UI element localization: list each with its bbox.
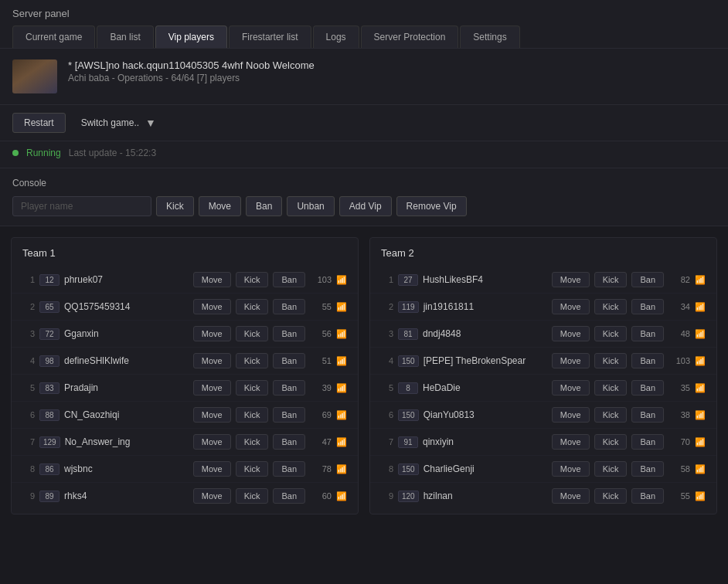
kick-player-button[interactable]: Kick [594, 434, 628, 450]
player-name: wjsbnc [64, 463, 189, 474]
player-name-input[interactable] [12, 196, 151, 216]
ban-player-button[interactable]: Ban [631, 272, 664, 287]
kick-player-button[interactable]: Kick [236, 461, 269, 477]
ban-player-button[interactable]: Ban [631, 326, 664, 341]
ban-player-button[interactable]: Ban [631, 299, 664, 314]
move-player-button[interactable]: Move [552, 326, 590, 341]
move-player-button[interactable]: Move [193, 407, 231, 423]
tab-current-game[interactable]: Current game [12, 25, 95, 48]
restart-button[interactable]: Restart [12, 113, 66, 133]
tab-vip-players[interactable]: Vip players [155, 25, 227, 48]
ban-player-button[interactable]: Ban [273, 326, 305, 341]
player-score: 38 [668, 410, 690, 419]
tab-bar: Current game Ban list Vip players Firest… [12, 25, 716, 48]
tab-logs[interactable]: Logs [313, 25, 359, 48]
move-player-button[interactable]: Move [552, 488, 590, 504]
ban-player-button[interactable]: Ban [273, 488, 305, 504]
player-badge: 89 [39, 491, 60, 502]
move-player-button[interactable]: Move [193, 299, 231, 314]
move-player-button[interactable]: Move [193, 380, 231, 396]
kick-player-button[interactable]: Kick [594, 461, 628, 477]
move-player-button[interactable]: Move [193, 326, 231, 341]
move-player-button[interactable]: Move [193, 488, 231, 504]
move-player-button[interactable]: Move [552, 299, 590, 314]
server-name: * [AWSL]no hack.qqun110405305 4whf Noob … [68, 59, 716, 71]
move-player-button[interactable]: Move [552, 380, 590, 396]
kick-button[interactable]: Kick [156, 196, 194, 216]
chevron-down-icon[interactable]: ▼ [145, 117, 156, 129]
kick-player-button[interactable]: Kick [594, 488, 628, 504]
player-name: jin19161811 [424, 301, 547, 312]
kick-player-button[interactable]: Kick [236, 353, 269, 368]
player-badge: 150 [398, 355, 419, 367]
kick-player-button[interactable]: Kick [236, 326, 269, 341]
player-score: 34 [668, 302, 690, 311]
tab-settings[interactable]: Settings [460, 25, 519, 48]
ban-player-button[interactable]: Ban [273, 461, 305, 477]
ban-player-button[interactable]: Ban [273, 380, 305, 396]
move-player-button[interactable]: Move [552, 434, 590, 450]
move-player-button[interactable]: Move [552, 272, 590, 287]
ban-player-button[interactable]: Ban [273, 407, 305, 423]
kick-player-button[interactable]: Kick [236, 272, 269, 287]
ban-player-button[interactable]: Ban [273, 353, 305, 368]
move-player-button[interactable]: Move [193, 353, 231, 368]
remove-vip-button[interactable]: Remove Vip [396, 196, 467, 216]
signal-icon: 📶 [336, 356, 347, 366]
last-update-text: Last update - 15:22:3 [69, 148, 156, 158]
server-actions-row: Restart Switch game.. ▼ [0, 105, 728, 141]
unban-button[interactable]: Unban [287, 196, 334, 216]
table-row: 3 72 Gganxin Move Kick Ban 56 📶 [12, 321, 358, 348]
row-number: 4 [22, 356, 35, 365]
signal-icon: 📶 [695, 464, 706, 474]
kick-player-button[interactable]: Kick [594, 299, 628, 314]
player-score: 56 [310, 329, 332, 338]
kick-player-button[interactable]: Kick [594, 326, 628, 341]
kick-player-button[interactable]: Kick [236, 407, 269, 423]
player-score: 51 [310, 356, 332, 365]
table-row: 2 119 jin19161811 Move Kick Ban 34 📶 [370, 294, 716, 321]
kick-player-button[interactable]: Kick [594, 407, 628, 423]
player-name: phruek07 [64, 274, 189, 285]
ban-player-button[interactable]: Ban [631, 434, 664, 450]
kick-player-button[interactable]: Kick [594, 353, 628, 368]
table-row: 2 65 QQ1575459314 Move Kick Ban 55 📶 [12, 294, 358, 321]
player-name: rhks4 [64, 491, 189, 501]
server-sub: Achi baba - Operations - 64/64 [7] playe… [68, 73, 716, 83]
ban-player-button[interactable]: Ban [273, 272, 305, 287]
tab-ban-list[interactable]: Ban list [97, 25, 153, 48]
kick-player-button[interactable]: Kick [236, 434, 269, 450]
tab-server-protection[interactable]: Server Protection [361, 25, 459, 48]
kick-player-button[interactable]: Kick [236, 488, 269, 504]
move-player-button[interactable]: Move [552, 407, 590, 423]
move-player-button[interactable]: Move [193, 461, 231, 477]
ban-player-button[interactable]: Ban [631, 407, 664, 423]
player-score: 69 [310, 410, 332, 419]
console-section: Console Kick Move Ban Unban Add Vip Remo… [0, 168, 728, 226]
kick-player-button[interactable]: Kick [236, 299, 269, 314]
ban-player-button[interactable]: Ban [631, 353, 664, 368]
status-row: Running Last update - 15:22:3 [0, 141, 728, 168]
move-player-button[interactable]: Move [552, 353, 590, 368]
ban-player-button[interactable]: Ban [631, 380, 664, 396]
ban-player-button[interactable]: Ban [631, 488, 664, 504]
move-button[interactable]: Move [199, 196, 241, 216]
ban-button[interactable]: Ban [246, 196, 282, 216]
table-row: 9 89 rhks4 Move Kick Ban 60 📶 [12, 483, 358, 509]
player-badge: 129 [39, 436, 60, 448]
table-row: 9 120 hzilnan Move Kick Ban 55 📶 [370, 483, 716, 509]
player-badge: 150 [398, 463, 419, 475]
tab-firestarter-list[interactable]: Firestarter list [229, 25, 311, 48]
ban-player-button[interactable]: Ban [273, 434, 305, 450]
add-vip-button[interactable]: Add Vip [339, 196, 392, 216]
move-player-button[interactable]: Move [552, 461, 590, 477]
kick-player-button[interactable]: Kick [236, 380, 269, 396]
kick-player-button[interactable]: Kick [594, 380, 628, 396]
ban-player-button[interactable]: Ban [273, 299, 305, 314]
move-player-button[interactable]: Move [193, 434, 231, 450]
player-name: Pradajin [64, 382, 189, 393]
kick-player-button[interactable]: Kick [594, 272, 628, 287]
move-player-button[interactable]: Move [193, 272, 231, 287]
player-badge: 72 [39, 328, 60, 340]
ban-player-button[interactable]: Ban [631, 461, 664, 477]
